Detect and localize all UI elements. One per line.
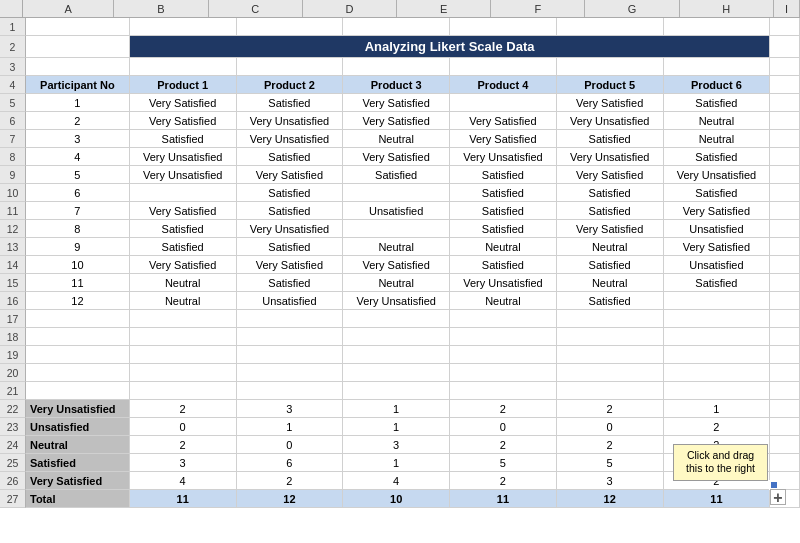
row-5: 5 1 Very Satisfied Satisfied Very Satisf… [0,94,800,112]
rownum-2: 2 [0,36,26,58]
col-header-h[interactable]: H [680,0,774,17]
rownum-12: 12 [0,220,26,238]
cell-c3[interactable] [237,58,344,76]
rownum-6: 6 [0,112,26,130]
col-header-f[interactable]: F [491,0,585,17]
row-6: 6 2 Very Satisfied Very Unsatisfied Very… [0,112,800,130]
header-p4: Product 4 [450,76,557,94]
rownum-18: 18 [0,328,26,346]
rownum-3: 3 [0,58,26,76]
cell-p1-1[interactable]: Very Satisfied [130,94,237,112]
cell-a2[interactable] [26,36,130,58]
cell-d1[interactable] [343,18,450,36]
label-very-satisfied: Very Satisfied [26,472,130,490]
cell-a3[interactable] [26,58,130,76]
col-header-i[interactable]: I [774,0,800,17]
cell-c1[interactable] [237,18,344,36]
row-16: 16 12 Neutral Unsatisfied Very Unsatisfi… [0,292,800,310]
row-10: 10 6 Satisfied Satisfied Satisfied Satis… [0,184,800,202]
rownum-7: 7 [0,130,26,148]
row-11: 11 7 Very Satisfied Satisfied Unsatisfie… [0,202,800,220]
row-12: 12 8 Satisfied Very Unsatisfied Satisfie… [0,220,800,238]
row-14: 14 10 Very Satisfied Very Satisfied Very… [0,256,800,274]
label-unsatisfied: Unsatisfied [26,418,130,436]
row-27: 27 Total 11 12 10 11 12 11 [0,490,800,508]
cell-i4[interactable] [770,76,800,94]
cell-i2[interactable] [770,36,800,58]
cell-h1[interactable] [770,18,800,36]
header-p1: Product 1 [130,76,237,94]
cell-e1[interactable] [450,18,557,36]
rownum-20: 20 [0,364,26,382]
label-satisfied: Satisfied [26,454,130,472]
rownum-26: 26 [0,472,26,490]
rownum-5: 5 [0,94,26,112]
tooltip-text: Click and drag this to the right [686,449,755,475]
rownum-14: 14 [0,256,26,274]
cell-g1[interactable] [664,18,771,36]
cell-g3[interactable] [664,58,771,76]
cell-p4-1[interactable] [450,94,557,112]
cell-d3[interactable] [343,58,450,76]
row-9: 9 5 Very Unsatisfied Very Satisfied Sati… [0,166,800,184]
rownum-24: 24 [0,436,26,454]
cell-a1[interactable] [26,18,130,36]
row-18: 18 [0,328,800,346]
rownum-13: 13 [0,238,26,256]
row-2: 2 Analyzing Likert Scale Data [0,36,800,58]
rownum-1: 1 [0,18,26,36]
rownum-9: 9 [0,166,26,184]
header-p6: Product 6 [664,76,771,94]
rownum-16: 16 [0,292,26,310]
rownum-19: 19 [0,346,26,364]
row-22: 22 Very Unsatisfied 2 3 1 2 2 1 [0,400,800,418]
expand-icon[interactable]: + [770,489,786,505]
spreadsheet: A B C D E F G H I 1 2 Analyzing Likert S… [0,0,800,543]
cell-p5-1[interactable]: Very Satisfied [557,94,664,112]
row-15: 15 11 Neutral Satisfied Neutral Very Uns… [0,274,800,292]
rownum-25: 25 [0,454,26,472]
grid: 1 2 Analyzing Likert Scale Data 3 [0,18,800,508]
row-19: 19 [0,346,800,364]
rownum-23: 23 [0,418,26,436]
cell-p2-1[interactable]: Satisfied [237,94,344,112]
label-total: Total [26,490,130,508]
row-4-headers: 4 Participant No Product 1 Product 2 Pro… [0,76,800,94]
label-neutral: Neutral [26,436,130,454]
cell-h3[interactable] [770,58,800,76]
row-7: 7 3 Satisfied Very Unsatisfied Neutral V… [0,130,800,148]
col-header-e[interactable]: E [397,0,491,17]
header-participant: Participant No [26,76,130,94]
header-p2: Product 2 [237,76,344,94]
row-20: 20 [0,364,800,382]
col-header-c[interactable]: C [209,0,303,17]
rownum-4: 4 [0,76,26,94]
rownum-8: 8 [0,148,26,166]
rownum-21: 21 [0,382,26,400]
corner-cell [0,0,23,17]
row-21: 21 [0,382,800,400]
cell-f1[interactable] [557,18,664,36]
col-header-d[interactable]: D [303,0,397,17]
cell-f3[interactable] [557,58,664,76]
row-3: 3 [0,58,800,76]
rownum-17: 17 [0,310,26,328]
cell-p3-1[interactable]: Very Satisfied [343,94,450,112]
col-header-a: A [23,0,115,17]
cell-b1[interactable] [130,18,237,36]
row-23: 23 Unsatisfied 0 1 1 0 0 2 [0,418,800,436]
cell-p6-1[interactable]: Satisfied [664,94,771,112]
header-p3: Product 3 [343,76,450,94]
cell-b3[interactable] [130,58,237,76]
col-header-b[interactable]: B [114,0,208,17]
header-p5: Product 5 [557,76,664,94]
rownum-15: 15 [0,274,26,292]
row-17: 17 [0,310,800,328]
title-cell: Analyzing Likert Scale Data [130,36,770,58]
rownum-27: 27 [0,490,26,508]
col-header-g[interactable]: G [585,0,679,17]
cell-e3[interactable] [450,58,557,76]
row-8: 8 4 Very Unsatisfied Satisfied Very Sati… [0,148,800,166]
cell-no-1[interactable]: 1 [26,94,130,112]
label-very-unsatisfied: Very Unsatisfied [26,400,130,418]
